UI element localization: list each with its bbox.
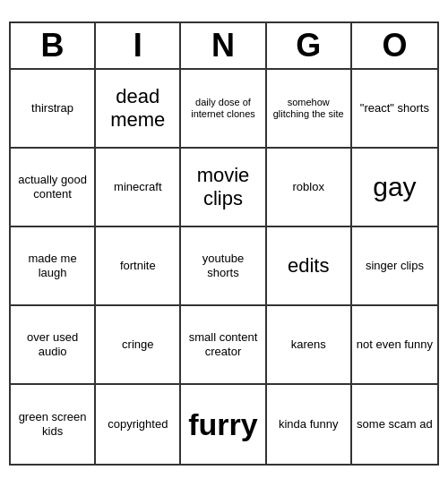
header-letter: G — [267, 23, 352, 68]
bingo-cell: roblox — [267, 149, 352, 227]
bingo-cell: actually good content — [11, 149, 96, 227]
bingo-cell: small content creator — [181, 306, 266, 385]
bingo-card: BINGO thirstrapdead memedaily dose of in… — [9, 21, 439, 466]
bingo-cell: youtube shorts — [181, 227, 266, 306]
bingo-cell: daily dose of internet clones — [181, 70, 266, 149]
bingo-cell: copyrighted — [96, 385, 181, 464]
header-letter: B — [11, 23, 96, 68]
bingo-cell: dead meme — [96, 70, 181, 149]
bingo-cell: gay — [352, 149, 437, 227]
bingo-cell: made me laugh — [11, 227, 96, 306]
bingo-cell: furry — [181, 385, 266, 464]
bingo-cell: "react" shorts — [352, 70, 437, 149]
bingo-cell: singer clips — [352, 227, 437, 306]
bingo-cell: fortnite — [96, 227, 181, 306]
header-letter: I — [96, 23, 181, 68]
bingo-cell: movie clips — [181, 149, 266, 227]
header-letter: N — [181, 23, 266, 68]
bingo-header: BINGO — [11, 23, 437, 70]
bingo-cell: thirstrap — [11, 70, 96, 149]
header-letter: O — [352, 23, 437, 68]
bingo-cell: edits — [267, 227, 352, 306]
bingo-cell: minecraft — [96, 149, 181, 227]
bingo-cell: over used audio — [11, 306, 96, 385]
bingo-cell: kinda funny — [267, 385, 352, 464]
bingo-cell: karens — [267, 306, 352, 385]
bingo-cell: some scam ad — [352, 385, 437, 464]
bingo-cell: somehow glitching the site — [267, 70, 352, 149]
bingo-cell: not even funny — [352, 306, 437, 385]
bingo-cell: cringe — [96, 306, 181, 385]
bingo-grid: thirstrapdead memedaily dose of internet… — [11, 70, 437, 464]
bingo-cell: green screen kids — [11, 385, 96, 464]
